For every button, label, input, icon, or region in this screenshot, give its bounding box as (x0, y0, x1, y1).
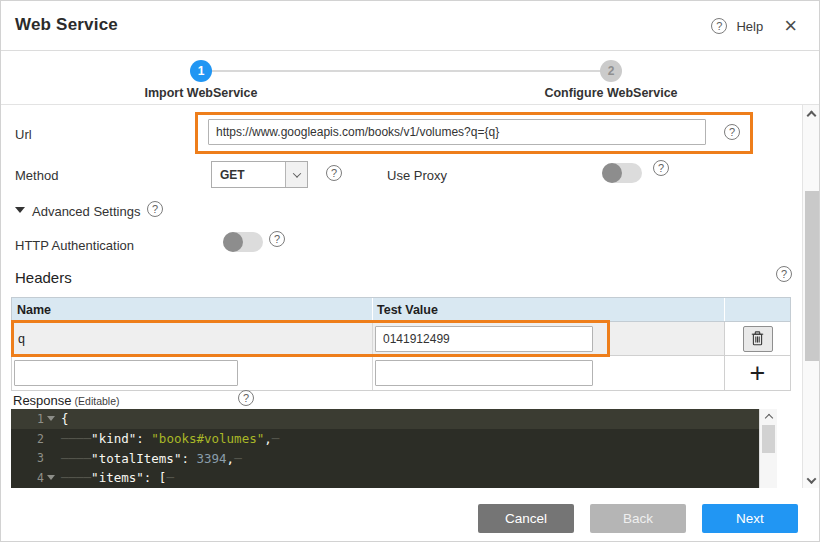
title-actions: ? Help × (711, 1, 797, 51)
toggle-knob (602, 163, 622, 183)
response-label-row: Response(Editable) (13, 393, 120, 408)
code-line-2[interactable]: 2────"kind": "books#volumes",─ (11, 429, 759, 449)
table-row: q (11, 322, 791, 356)
fold-arrow-icon[interactable] (47, 475, 55, 480)
new-test-value-input[interactable] (375, 360, 593, 386)
add-row-button[interactable]: + (750, 360, 766, 387)
method-dropdown-button[interactable] (285, 162, 307, 187)
header-name-value: q (12, 332, 25, 346)
code-line-1[interactable]: 1{ (11, 409, 759, 429)
url-input[interactable] (208, 119, 706, 145)
url-highlight-box: ? (195, 112, 753, 154)
method-select[interactable]: GET (211, 161, 308, 188)
step-connector-line (201, 70, 611, 72)
response-editable-label: (Editable) (75, 395, 120, 407)
code-area[interactable]: 1{2────"kind": "books#volumes",─3────"to… (11, 409, 759, 488)
gutter: 3 (11, 451, 57, 465)
gutter: 4 (11, 471, 57, 485)
code-text: ────"kind": "books#volumes",─ (57, 431, 279, 446)
http-auth-label: HTTP Authentication (15, 238, 134, 253)
content-scrollbar[interactable] (802, 105, 820, 488)
step-1-circle[interactable]: 1 (190, 60, 212, 82)
headers-help-icon[interactable]: ? (776, 266, 792, 282)
back-button[interactable]: Back (590, 504, 686, 533)
new-name-input[interactable] (14, 360, 238, 386)
new-name-cell (12, 356, 372, 390)
new-test-value-cell (372, 356, 724, 390)
line-number: 2 (37, 432, 44, 446)
headers-title: Headers (15, 269, 72, 286)
step-2-label: Configure WebService (521, 86, 701, 100)
http-auth-help-icon[interactable]: ? (269, 231, 285, 247)
scroll-up-icon[interactable] (760, 411, 777, 425)
row-actions-cell (724, 322, 790, 355)
web-service-dialog: Web Service ? Help × 1 2 Import WebServi… (0, 0, 820, 542)
line-number: 1 (37, 412, 44, 426)
gutter: 1 (11, 412, 57, 426)
response-help-icon[interactable]: ? (238, 390, 254, 406)
url-help-icon[interactable]: ? (724, 124, 740, 140)
url-label: Url (15, 127, 32, 142)
scroll-down-icon[interactable] (803, 472, 820, 488)
delete-row-button[interactable] (743, 326, 773, 352)
column-header-actions (724, 298, 790, 321)
header-name-cell[interactable]: q (12, 322, 372, 355)
content-scrollbar-thumb[interactable] (805, 191, 819, 361)
use-proxy-help-icon[interactable]: ? (653, 160, 669, 176)
test-value-input[interactable] (375, 326, 593, 352)
use-proxy-label: Use Proxy (387, 168, 447, 183)
table-new-row: + (11, 356, 791, 391)
line-number: 3 (37, 451, 44, 465)
use-proxy-toggle[interactable] (602, 163, 642, 183)
gutter: 2 (11, 432, 57, 446)
column-header-name: Name (12, 298, 372, 321)
next-button[interactable]: Next (702, 504, 798, 533)
help-icon[interactable]: ? (711, 18, 727, 34)
chevron-down-icon (292, 169, 300, 177)
header-test-value-cell (372, 322, 724, 355)
code-line-3[interactable]: 3────"totalItems": 3394,─ (11, 448, 759, 468)
method-help-icon[interactable]: ? (326, 165, 342, 181)
advanced-settings-label[interactable]: Advanced Settings (32, 204, 140, 219)
method-selected-value: GET (212, 168, 285, 182)
column-header-test-value: Test Value (372, 298, 724, 321)
fold-arrow-icon[interactable] (47, 416, 55, 421)
advanced-settings-help-icon[interactable]: ? (147, 201, 163, 217)
toggle-knob (223, 232, 243, 252)
headers-table: Name Test Value q (11, 297, 791, 391)
cancel-button[interactable]: Cancel (478, 504, 574, 533)
table-header-row: Name Test Value (11, 297, 791, 322)
close-icon[interactable]: × (784, 16, 797, 36)
code-text: ────"totalItems": 3394,─ (57, 451, 242, 466)
title-bar: Web Service ? Help × (1, 1, 819, 51)
editor-scrollbar[interactable] (759, 409, 777, 488)
help-link[interactable]: Help (736, 19, 763, 34)
line-number: 4 (37, 471, 44, 485)
code-text: ────"items": [─ (57, 470, 174, 485)
page-title: Web Service (15, 15, 118, 35)
scroll-up-icon[interactable] (803, 107, 820, 123)
step-2-circle[interactable]: 2 (600, 60, 622, 82)
code-line-4[interactable]: 4────"items": [─ (11, 468, 759, 488)
new-row-actions-cell: + (724, 356, 790, 390)
wizard-stepper: 1 2 Import WebService Configure WebServi… (1, 51, 819, 105)
editor-scrollbar-thumb[interactable] (762, 425, 775, 453)
trash-icon (751, 331, 764, 346)
caret-down-icon[interactable] (15, 207, 25, 213)
step-1-label: Import WebService (111, 86, 291, 100)
http-auth-toggle[interactable] (223, 232, 263, 252)
response-editor: 1{2────"kind": "books#volumes",─3────"to… (11, 409, 777, 488)
code-text: { (57, 411, 69, 426)
footer: Cancel Back Next (1, 488, 819, 542)
method-label: Method (15, 168, 58, 183)
response-label: Response (13, 393, 72, 408)
